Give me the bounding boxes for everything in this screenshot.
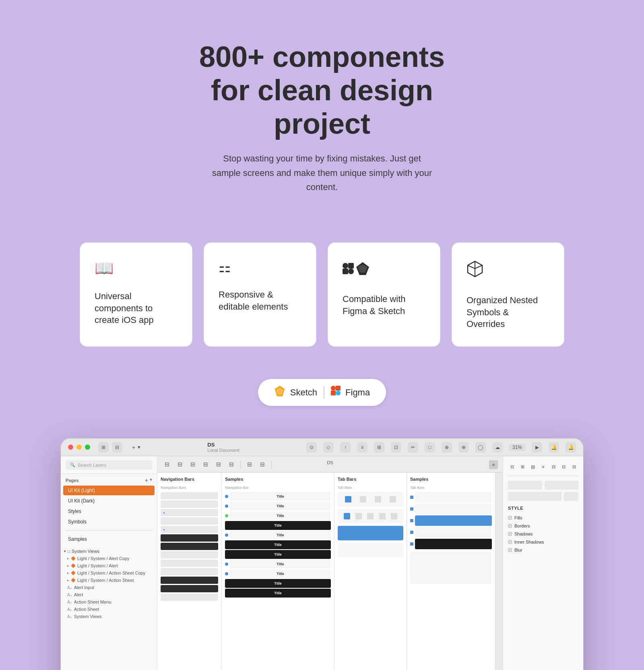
share-icon[interactable]: 🔔 [549,442,559,453]
shadows-swatch [508,532,512,536]
right-panel-icon-4[interactable]: ≡ [539,461,548,472]
tab-bars-samples-subtitle: Tab Bars [410,486,492,490]
right-panel-icon-6[interactable]: ⊟ [559,461,568,472]
svg-rect-2 [348,263,354,269]
layer-group-label: System Views [72,549,99,554]
tab-sample-large-1 [410,552,492,584]
toolbar-layers-icon[interactable]: ⊟ [112,442,122,453]
layer-item-7[interactable]: Aₐ Action Sheet [61,606,157,613]
search-bar[interactable]: 🔍 Search Layers [66,460,152,469]
right-panel-icon-1[interactable]: ⊟ [508,461,517,472]
doc-subtitle: Local Document [207,448,239,453]
close-dot[interactable] [68,445,73,450]
nav-bar-dark-4 [161,585,218,592]
samples-title: Samples [225,477,331,482]
style-section-label: STYLE [508,506,578,511]
align-icon[interactable]: ≡ [357,442,367,453]
upload-icon[interactable]: ↑ [340,442,351,453]
borders-swatch [508,524,512,528]
layer-arrow-3: ▸ [67,578,69,582]
layer-group-system-views[interactable]: ▾ □ System Views [61,548,157,555]
toolbar-plus-icon[interactable]: + [132,444,135,451]
zoom-level[interactable]: 31% [509,444,525,451]
inspector-icon[interactable]: ⊙ [306,442,317,453]
canvas-align-center[interactable]: ⊟ [174,459,186,470]
right-input-2[interactable] [545,481,579,490]
nav-bars-title: Navigation Bars [161,477,218,482]
nav-bar-row-2 [161,500,218,508]
nav-bar-row-9 [161,568,218,575]
layer-group-icon: □ [68,549,70,554]
right-input-4[interactable] [564,492,578,501]
layer-item-6[interactable]: Aₐ Action Sheet Menu [61,598,157,606]
tab-bars-title: Tab Bars [338,477,403,482]
sample-row-4: Title [225,531,331,540]
page-item-uikit-light[interactable]: UI Kit (Light) [63,486,155,495]
sketch-label: Sketch [290,387,317,398]
canvas-align-right[interactable]: ⊟ [187,459,198,470]
pages-chevron-icon[interactable]: ▾ [150,477,152,484]
right-input-3[interactable] [508,492,561,501]
page-item-styles[interactable]: Styles [63,507,155,516]
layer-item-5[interactable]: Aₐ Alert [61,591,157,598]
shapes-icon[interactable]: □ [425,442,435,453]
minimize-dot[interactable] [76,445,82,450]
right-panel-icon-2[interactable]: ⊞ [518,461,527,472]
toolbar-grid-icon[interactable]: ⊞ [98,442,109,453]
page-item-symbols[interactable]: Symbols [63,517,155,527]
canvas-add-button[interactable]: + [489,460,498,469]
grid-view-icon[interactable]: ⊡ [391,442,401,453]
layer-icon-5: Aₐ [67,593,72,597]
tab-bars-subtitle: Tab Bars [338,486,403,490]
pen-icon[interactable]: ✏ [408,442,418,453]
layer-item-8[interactable]: Aₐ System Views [61,613,157,620]
cloud-icon[interactable]: ☁ [492,442,503,453]
tool-pill: Sketch Figma [258,379,386,406]
right-panel-icon-3[interactable]: ▤ [528,461,537,472]
scale-icon[interactable]: ⊞ [374,442,384,453]
mask-icon[interactable]: ⊗ [442,442,452,453]
hotspot-icon[interactable]: ◯ [475,442,486,453]
card-text-organized: Organized Nested Symbols & Overrides [466,294,549,330]
page-item-uikit-dark[interactable]: UI Kit (Dark) [63,496,155,506]
figma-icon [331,386,341,399]
card-text-responsive: Responsive & editable elements [219,289,301,312]
feature-card-compatible: Compatible with Figma & Sketch [328,242,440,347]
cards-row: 📖 Universal components to create iOS app… [0,218,644,371]
maximize-dot[interactable] [85,445,90,450]
canvas-distribute-v[interactable]: ⊟ [257,459,268,470]
canvas-align-middle[interactable]: ⊟ [213,459,224,470]
fills-swatch [508,516,512,520]
component-icon[interactable]: ◇ [323,442,334,453]
hero-subtitle: Stop wasting your time by fixing mistake… [209,151,435,194]
doc-name: DS [207,442,239,448]
hero-title: 800+ components for clean design project [181,40,463,140]
right-panel-icon-7[interactable]: ⊟ [570,461,578,472]
layer-item-4[interactable]: Aₐ Alert Input [61,584,157,591]
canvas-align-bottom[interactable]: ⊟ [226,459,237,470]
layer-item-1[interactable]: ▸ Light / System / Alert [61,562,157,569]
layer-item-2[interactable]: ▸ Light / System / Action Sheet Copy [61,569,157,577]
canvas-distribute-h[interactable]: ⊟ [244,459,255,470]
page-item-samples[interactable]: Samples [63,534,155,544]
notification-icon[interactable]: 🔔 [566,442,576,453]
sidebar: 🔍 Search Layers Pages + ▾ UI Kit (Light)… [61,456,157,670]
canvas-align-left[interactable]: ⊟ [161,459,173,470]
inner-shadows-label: Inner Shadows [514,540,544,544]
nav-bar-dark-2 [161,543,218,550]
canvas-align-top[interactable]: ⊟ [200,459,211,470]
right-input-1[interactable] [508,481,542,490]
layer-item-0[interactable]: ▸ Light / System / Alert Copy [61,555,157,562]
titlebar-doc-info: DS Local Document [145,442,301,453]
play-icon[interactable]: ▶ [532,442,542,453]
app-body: 🔍 Search Layers Pages + ▾ UI Kit (Light)… [61,456,583,670]
layer-diamond-0 [71,556,75,560]
pages-add-icon[interactable]: + [145,477,148,484]
right-panel-icon-5[interactable]: ⊟ [549,461,558,472]
link-icon[interactable]: ⊕ [458,442,469,453]
sample-row-1: Title [225,492,331,501]
feature-cards-section: 📖 Universal components to create iOS app… [0,218,644,371]
sample-row-dark-3: Title [225,550,331,559]
layer-item-3[interactable]: ▸ Light / System / Action Sheet [61,577,157,584]
layer-diamond-1 [71,563,75,568]
